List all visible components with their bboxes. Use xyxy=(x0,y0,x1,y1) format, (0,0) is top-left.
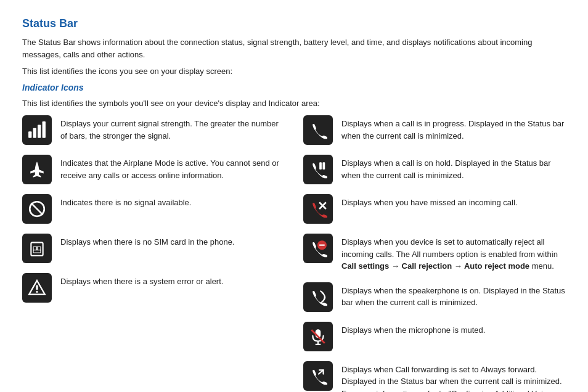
svg-rect-0 xyxy=(28,131,31,138)
missed-call-desc: Displays when you have missed an incomin… xyxy=(341,194,566,209)
call-in-progress-icon xyxy=(303,115,333,145)
svg-rect-1 xyxy=(33,128,36,138)
svg-rect-8 xyxy=(34,247,36,250)
no-sim-icon xyxy=(22,234,52,263)
svg-point-13 xyxy=(36,291,38,293)
signal-strength-icon xyxy=(22,115,52,145)
list-item: Displays your current signal strength. T… xyxy=(22,115,285,145)
muted-icon xyxy=(303,322,333,351)
speakerphone-icon xyxy=(303,282,333,312)
svg-rect-14 xyxy=(319,162,322,169)
call-forwarding-icon xyxy=(303,361,333,391)
system-error-icon xyxy=(22,273,52,303)
call-in-progress-desc: Displays when a call is in progress. Dis… xyxy=(341,115,566,142)
no-signal-icon xyxy=(22,194,52,224)
icon-grid: Displays your current signal strength. T… xyxy=(22,115,566,392)
svg-rect-2 xyxy=(38,125,41,137)
no-signal-desc: Indicates there is no signal available. xyxy=(60,194,285,209)
svg-rect-10 xyxy=(34,250,41,252)
list-item: Displays when a call is on hold. Display… xyxy=(303,155,566,184)
list-item: Displays when a call is in progress. Dis… xyxy=(303,115,566,145)
call-on-hold-desc: Displays when a call is on hold. Display… xyxy=(341,155,566,181)
system-error-desc: Displays when there is a system error or… xyxy=(60,273,285,288)
list-item: Displays when the microphone is muted. xyxy=(303,322,566,351)
svg-rect-12 xyxy=(36,285,38,290)
list-item: Indicates that the Airplane Mode is acti… xyxy=(22,155,285,184)
section-title: Status Bar xyxy=(22,17,566,30)
speakerphone-desc: Displays when the speakerphone is on. Di… xyxy=(341,282,566,309)
list-item: Displays when you device is set to autom… xyxy=(303,234,566,272)
no-sim-desc: Displays when there is no SIM card in th… xyxy=(60,234,285,248)
list-item: Displays when Call forwarding is set to … xyxy=(303,361,566,393)
list-item: Displays when there is a system error or… xyxy=(22,273,285,303)
right-column: Displays when a call is in progress. Dis… xyxy=(303,115,566,392)
call-forwarding-desc: Displays when Call forwarding is set to … xyxy=(341,361,566,393)
svg-rect-15 xyxy=(323,162,325,169)
muted-desc: Displays when the microphone is muted. xyxy=(341,322,566,337)
svg-rect-9 xyxy=(38,247,40,250)
list-item: Indicates there is no signal available. xyxy=(22,194,285,224)
intro-paragraph-2: This list identifies the icons you see o… xyxy=(22,65,566,78)
call-on-hold-icon xyxy=(303,155,333,184)
signal-strength-desc: Displays your current signal strength. T… xyxy=(60,115,285,142)
svg-rect-3 xyxy=(43,121,46,138)
left-column: Displays your current signal strength. T… xyxy=(22,115,285,392)
list-item: Displays when you have missed an incomin… xyxy=(303,194,566,224)
auto-reject-desc: Displays when you device is set to autom… xyxy=(341,234,566,272)
list-item: Displays when the speakerphone is on. Di… xyxy=(303,282,566,312)
svg-line-5 xyxy=(31,203,43,214)
airplane-mode-desc: Indicates that the Airplane Mode is acti… xyxy=(60,155,285,181)
list-item: Displays when there is no SIM card in th… xyxy=(22,234,285,263)
airplane-mode-icon xyxy=(22,155,52,184)
indicator-title: Indicator Icons xyxy=(22,83,566,92)
indicator-intro: This list identifies the symbols you'll … xyxy=(22,97,566,110)
auto-reject-icon xyxy=(303,234,333,263)
intro-paragraph-1: The Status Bar shows information about t… xyxy=(22,36,566,60)
missed-call-icon xyxy=(303,194,333,224)
